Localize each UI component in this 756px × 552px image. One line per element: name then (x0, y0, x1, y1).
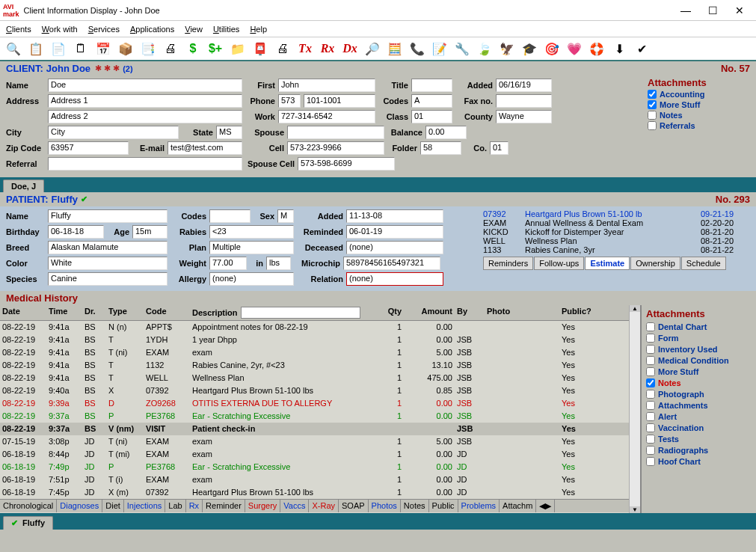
toolbar-icon-4[interactable]: 📅 (94, 40, 112, 58)
fld-codes[interactable]: A (411, 94, 452, 108)
col-time[interactable]: Time (46, 305, 82, 320)
client-tab[interactable]: Doe, J (3, 180, 44, 192)
toolbar-icon-3[interactable]: 🗒 (72, 40, 90, 58)
subtab-reminders[interactable]: Reminders (483, 257, 533, 270)
hist-attach-0[interactable]: Dental Chart (646, 322, 752, 331)
table-row[interactable]: 07-15-193:08pJDT (ni)EXAMexam15.00JSBYes (0, 435, 629, 448)
hist-attach-check-9[interactable] (646, 423, 655, 432)
hist-attach-6[interactable]: Photograph (646, 390, 752, 399)
toolbar-icon-23[interactable]: 🎓 (520, 40, 538, 58)
toolbar-icon-21[interactable]: 🍃 (476, 40, 494, 58)
hist-attach-4[interactable]: More Stuff (646, 367, 752, 376)
bottom-tab-12[interactable]: Notes (401, 500, 429, 512)
table-row[interactable]: 06-18-197:45pJDX (m)07392Heartgard Plus … (0, 486, 629, 499)
toolbar-icon-7[interactable]: 🖨 (162, 40, 179, 58)
col-type[interactable]: Type (106, 305, 144, 320)
fld-address1[interactable]: Address 1 (48, 94, 242, 108)
client-attach-2[interactable]: Notes (648, 111, 749, 120)
toolbar-icon-25[interactable]: 💗 (565, 40, 583, 58)
client-attach-check-1[interactable] (648, 100, 657, 109)
fld-p-reminded[interactable]: 06-01-19 (346, 225, 443, 239)
toolbar-icon-22[interactable]: 🦅 (498, 40, 516, 58)
fld-name[interactable]: Doe (48, 79, 242, 92)
fld-city[interactable]: City (48, 126, 179, 139)
hist-attach-check-7[interactable] (646, 401, 655, 410)
fld-added[interactable]: 06/16/19 (496, 79, 552, 92)
fld-p-rabies[interactable]: <23 (209, 225, 294, 239)
client-attach-check-0[interactable] (648, 90, 657, 99)
toolbar-icon-20[interactable]: 🔧 (453, 40, 471, 58)
history-grid[interactable]: Date Time Dr. Type Code Description Qty … (0, 305, 629, 513)
hist-attach-12[interactable]: Hoof Chart (646, 457, 752, 466)
fld-first[interactable]: John (278, 79, 375, 92)
client-attach-check-2[interactable] (648, 111, 657, 120)
toolbar-icon-0[interactable]: 🔍 (4, 40, 22, 58)
col-code[interactable]: Code (144, 305, 190, 320)
toolbar-icon-13[interactable]: Tx (296, 40, 314, 58)
fld-email[interactable]: test@test.com (168, 141, 242, 155)
table-row[interactable]: 08-22-199:41aBST1YDH1 year Dhpp10.00JSBY… (0, 334, 629, 346)
table-row[interactable]: 08-22-199:37aBSPPE3768Ear - Scratching E… (0, 410, 629, 423)
fld-title[interactable] (411, 79, 452, 92)
reminder-row-1[interactable]: EXAMAnnual Wellness & Dental Exam02-20-2… (483, 218, 752, 227)
fld-p-added[interactable]: 11-13-08 (346, 209, 443, 223)
fld-p-name[interactable]: Fluffy (48, 209, 168, 223)
hist-attach-7[interactable]: Attachments (646, 401, 752, 410)
bottom-tab-0[interactable]: Chronological (0, 500, 57, 512)
col-by[interactable]: By (455, 305, 485, 320)
fld-p-wunit[interactable]: lbs (266, 257, 291, 270)
toolbar-icon-11[interactable]: 📮 (251, 40, 269, 58)
hist-attach-check-11[interactable] (646, 446, 655, 455)
table-row[interactable]: 08-22-199:41aBSTWELLWellness Plan1475.00… (0, 372, 629, 384)
reminder-row-4[interactable]: 1133Rabies Canine, 3yr08-21-22 (483, 245, 752, 254)
toolbar-icon-16[interactable]: 🔎 (363, 40, 381, 58)
fld-p-weight[interactable]: 77.00 (209, 257, 247, 270)
toolbar-icon-2[interactable]: 📄 (49, 40, 67, 58)
hist-attach-1[interactable]: Form (646, 334, 752, 343)
hist-attach-2[interactable]: Inventory Used (646, 345, 752, 354)
menu-view[interactable]: View (185, 25, 203, 34)
hist-attach-check-8[interactable] (646, 412, 655, 421)
bottom-tab-9[interactable]: X-Ray (309, 500, 339, 512)
fld-p-deceased[interactable]: (none) (346, 241, 443, 254)
client-attach-0[interactable]: Accounting (648, 90, 749, 99)
hist-attach-check-6[interactable] (646, 390, 655, 399)
fld-phone[interactable]: 101-1001 (304, 94, 375, 108)
table-row[interactable]: 06-18-197:51pJDT (i)EXAMexam10.00JDYes (0, 473, 629, 486)
client-attach-3[interactable]: Referrals (648, 121, 749, 130)
bottom-tab-11[interactable]: Photos (369, 500, 401, 512)
grid-scrollbar[interactable] (629, 305, 640, 513)
toolbar-icon-1[interactable]: 📋 (27, 40, 45, 58)
table-row[interactable]: 08-22-199:37aBSV (nm)VI$ITPatient check-… (0, 423, 629, 435)
col-date[interactable]: Date (0, 305, 46, 320)
toolbar-icon-19[interactable]: 📝 (431, 40, 449, 58)
hist-attach-check-0[interactable] (646, 322, 655, 331)
bottom-tab-2[interactable]: Diet (102, 500, 124, 512)
hist-attach-check-5[interactable] (646, 378, 655, 387)
table-row[interactable]: 06-18-198:44pJDT (mi)EXAMexam10.00JDYes (0, 448, 629, 461)
bottom-tab-15[interactable]: Attachm (500, 500, 536, 512)
bottom-tab-13[interactable]: Public (429, 500, 458, 512)
bottom-tab-10[interactable]: SOAP (339, 500, 369, 512)
fld-zip[interactable]: 63957 (48, 141, 129, 155)
close-button[interactable]: ✕ (726, 1, 753, 19)
toolbar-icon-5[interactable]: 📦 (117, 40, 135, 58)
menu-utilities[interactable]: Utilities (213, 25, 239, 34)
fld-p-microchip[interactable]: 58978456165497321 (343, 257, 440, 270)
hist-attach-10[interactable]: Tests (646, 435, 752, 444)
fld-p-relation[interactable]: (none) (346, 272, 443, 286)
status-tab[interactable]: ✔ Fluffy (3, 516, 53, 530)
table-row[interactable]: 08-22-199:41aBST1132Rabies Canine, 2yr, … (0, 359, 629, 372)
fld-work[interactable]: 727-314-6542 (278, 110, 375, 123)
fld-referral[interactable] (48, 157, 242, 171)
fld-p-allergy[interactable]: (none) (209, 272, 294, 286)
table-row[interactable]: 08-22-199:41aBSN (n)APPT$Appointment not… (0, 321, 629, 334)
bottom-tab-3[interactable]: Injections (124, 500, 165, 512)
fld-address2[interactable]: Address 2 (48, 110, 242, 123)
table-row[interactable]: 08-22-199:40aBSX07392Heartgard Plus Brow… (0, 384, 629, 397)
toolbar-icon-8[interactable]: $ (184, 40, 202, 58)
bottom-tab-8[interactable]: Vaccs (280, 500, 309, 512)
bottom-tab-1[interactable]: Diagnoses (57, 500, 102, 512)
fld-faxno[interactable] (496, 94, 552, 108)
hist-attach-11[interactable]: Radiographs (646, 446, 752, 455)
